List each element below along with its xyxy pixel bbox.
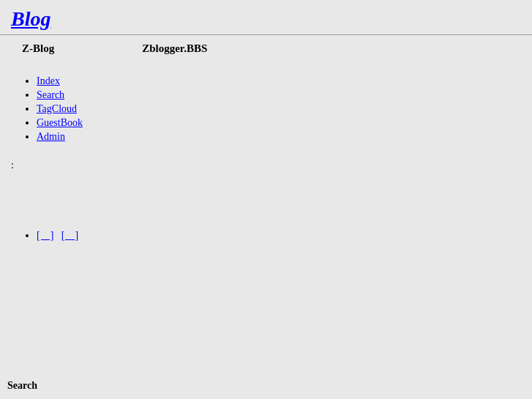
list-item: [ _ ] [ _ ] <box>37 230 510 242</box>
list-item: TagCloud <box>37 103 510 115</box>
pagination-next[interactable]: [ _ ] <box>61 230 78 241</box>
pagination-section: [ _ ] [ _ ] <box>0 219 532 253</box>
bottom-search-label: Search <box>7 380 37 392</box>
nav-link-guestbook[interactable]: GuestBook <box>37 117 83 128</box>
site-info-bar: Z-Blog Zblogger.BBS <box>0 35 532 62</box>
nav-link-tagcloud[interactable]: TagCloud <box>37 103 77 114</box>
nav-link-search[interactable]: Search <box>37 89 64 100</box>
pagination-list: [ _ ] [ _ ] <box>22 230 510 242</box>
nav-link-index[interactable]: Index <box>37 75 60 86</box>
list-item: GuestBook <box>37 117 510 129</box>
navigation: Index Search TagCloud GuestBook Admin <box>0 62 532 156</box>
nav-list: Index Search TagCloud GuestBook Admin <box>22 75 510 143</box>
site-title-link[interactable]: Blog <box>11 7 50 30</box>
site-header: Blog <box>0 0 532 35</box>
site-name: Z-Blog <box>22 42 54 55</box>
list-item: Index <box>37 75 510 87</box>
list-item: Admin <box>37 131 510 143</box>
site-domain: Zblogger.BBS <box>142 42 207 55</box>
nav-link-admin[interactable]: Admin <box>37 131 65 142</box>
colon-separator: : <box>0 156 532 175</box>
list-item: Search <box>37 89 510 101</box>
pagination-prev[interactable]: [ _ ] <box>37 230 53 241</box>
